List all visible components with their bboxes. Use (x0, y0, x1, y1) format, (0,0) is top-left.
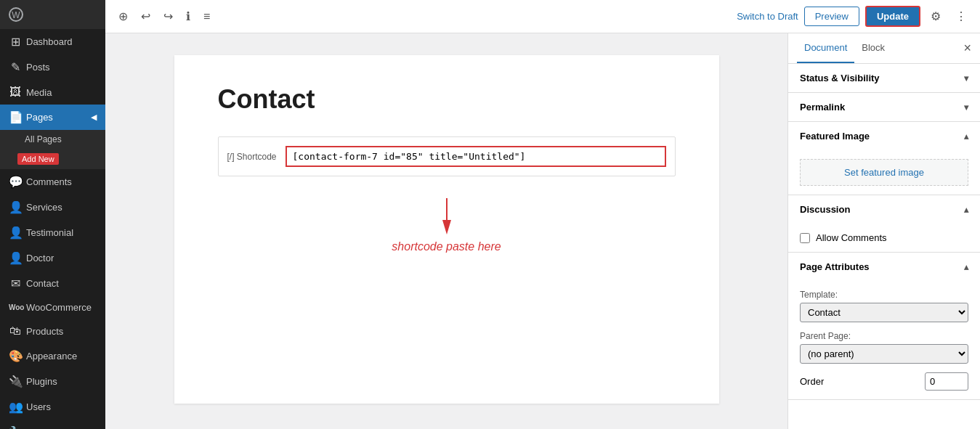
featured-image-header[interactable]: Featured Image ▴ (788, 122, 980, 150)
info-button[interactable]: ℹ (182, 5, 195, 28)
section-discussion: Discussion ▴ Allow Comments (788, 195, 980, 253)
redo-icon: ↪ (163, 9, 173, 23)
order-input[interactable] (925, 372, 968, 391)
featured-image-content: Set featured image (788, 150, 980, 195)
sidebar-item-plugins[interactable]: 🔌 Plugins (0, 369, 105, 394)
featured-image-title: Featured Image (800, 131, 870, 142)
preview-button[interactable]: Preview (804, 7, 859, 26)
editor-area: Contact [/] Shortcode shortcode paste he… (105, 33, 787, 429)
template-select[interactable]: Contact (800, 303, 968, 322)
set-featured-image-button[interactable]: Set featured image (800, 159, 968, 186)
switch-to-draft-button[interactable]: Switch to Draft (737, 11, 798, 22)
list-view-button[interactable]: ≡ (199, 6, 214, 28)
status-visibility-header[interactable]: Status & Visibility ▾ (788, 64, 980, 92)
sidebar-item-users[interactable]: 👥 Users (0, 394, 105, 420)
sidebar-item-pages[interactable]: 📄 Pages ◀ (0, 105, 105, 130)
template-label: Template: (800, 290, 968, 300)
svg-marker-3 (442, 220, 451, 234)
section-page-attributes: Page Attributes ▴ Template: Contact Pare… (788, 253, 980, 400)
sidebar: W ⊞ Dashboard ✎ Posts 🖼 Media 📄 Pages ◀ … (0, 0, 105, 429)
more-icon: ⋮ (955, 10, 967, 23)
services-icon: 👤 (9, 200, 22, 214)
panel-tabs: Document Block × (788, 33, 980, 64)
discussion-title: Discussion (800, 204, 850, 215)
allow-comments-row: Allow Comments (800, 232, 968, 243)
add-icon: ⊕ (118, 9, 128, 23)
more-options-button[interactable]: ⋮ (951, 5, 971, 28)
toolbar-right: Switch to Draft Preview Update ⚙ ⋮ (737, 5, 971, 28)
permalink-chevron: ▾ (964, 102, 968, 113)
page-attributes-chevron: ▴ (964, 262, 968, 272)
annotation-area: shortcode paste here (218, 198, 676, 253)
page-title: Contact (218, 84, 676, 115)
status-visibility-chevron: ▾ (964, 73, 968, 83)
pages-collapse-icon: ◀ (91, 113, 97, 122)
discussion-header[interactable]: Discussion ▴ (788, 195, 980, 224)
sidebar-item-dashboard[interactable]: ⊞ Dashboard (0, 29, 105, 54)
top-toolbar: ⊕ ↩ ↪ ℹ ≡ Switch to Draft Preview Update… (105, 0, 980, 33)
content-area: Contact [/] Shortcode shortcode paste he… (105, 33, 980, 429)
info-icon: ℹ (186, 9, 190, 23)
arrow-svg (440, 198, 454, 234)
tab-document[interactable]: Document (797, 33, 854, 63)
section-permalink: Permalink ▾ (788, 93, 980, 122)
all-pages-link[interactable]: All Pages (0, 130, 105, 149)
sidebar-item-media[interactable]: 🖼 Media (0, 80, 105, 105)
parent-page-select[interactable]: (no parent) (800, 344, 968, 364)
pages-icon: 📄 (9, 110, 22, 124)
comments-icon: 💬 (9, 175, 22, 189)
sidebar-item-tools[interactable]: 🔧 Tools (0, 420, 105, 429)
discussion-chevron: ▴ (964, 205, 968, 215)
redo-button[interactable]: ↪ (159, 5, 177, 28)
plugins-icon: 🔌 (9, 375, 22, 388)
parent-page-label: Parent Page: (800, 331, 968, 341)
gear-icon: ⚙ (931, 10, 941, 23)
sidebar-item-contact[interactable]: ✉ Contact (0, 271, 105, 296)
annotation-arrow (218, 198, 676, 237)
editor-inner: Contact [/] Shortcode shortcode paste he… (174, 55, 719, 404)
products-icon: 🛍 (9, 324, 22, 338)
main-wrapper: ⊕ ↩ ↪ ℹ ≡ Switch to Draft Preview Update… (105, 0, 980, 429)
right-panel: Document Block × Status & Visibility ▾ P… (787, 33, 980, 429)
panel-close-button[interactable]: × (963, 41, 971, 56)
testimonial-icon: 👤 (9, 226, 22, 240)
undo-button[interactable]: ↩ (137, 5, 155, 28)
shortcode-block: [/] Shortcode (218, 136, 676, 176)
add-block-button[interactable]: ⊕ (114, 5, 132, 28)
annotation-text: shortcode paste here (218, 240, 676, 253)
sidebar-item-comments[interactable]: 💬 Comments (0, 169, 105, 195)
order-label: Order (800, 376, 824, 387)
page-attributes-header[interactable]: Page Attributes ▴ (788, 253, 980, 281)
settings-button[interactable]: ⚙ (926, 5, 945, 28)
sidebar-item-products[interactable]: 🛍 Products (0, 319, 105, 343)
allow-comments-checkbox[interactable] (800, 233, 810, 243)
shortcode-input[interactable] (286, 146, 666, 167)
tab-block[interactable]: Block (854, 33, 892, 63)
sidebar-item-appearance[interactable]: 🎨 Appearance (0, 343, 105, 369)
woocommerce-icon: Woo (9, 303, 22, 311)
users-icon: 👥 (9, 400, 22, 414)
permalink-header[interactable]: Permalink ▾ (788, 93, 980, 121)
permalink-title: Permalink (800, 102, 845, 113)
svg-text:W: W (12, 10, 20, 20)
status-visibility-title: Status & Visibility (800, 73, 880, 83)
tools-icon: 🔧 (9, 425, 22, 429)
sidebar-item-services[interactable]: 👤 Services (0, 195, 105, 220)
sidebar-logo: W (0, 0, 105, 29)
media-icon: 🖼 (9, 86, 22, 99)
appearance-icon: 🎨 (9, 349, 22, 363)
contact-icon: ✉ (9, 277, 22, 290)
allow-comments-label: Allow Comments (816, 232, 887, 243)
dashboard-icon: ⊞ (9, 35, 22, 49)
undo-icon: ↩ (141, 9, 150, 23)
page-attributes-title: Page Attributes (800, 261, 870, 272)
sidebar-item-testimonial[interactable]: 👤 Testimonial (0, 220, 105, 245)
section-status-visibility: Status & Visibility ▾ (788, 64, 980, 93)
update-button[interactable]: Update (865, 6, 920, 27)
sidebar-item-posts[interactable]: ✎ Posts (0, 54, 105, 80)
add-new-link[interactable]: Add New (0, 149, 105, 169)
order-row: Order (800, 372, 968, 391)
sidebar-item-woocommerce[interactable]: Woo WooCommerce (0, 296, 105, 319)
sidebar-item-doctor[interactable]: 👤 Doctor (0, 245, 105, 271)
section-featured-image: Featured Image ▴ Set featured image (788, 122, 980, 195)
